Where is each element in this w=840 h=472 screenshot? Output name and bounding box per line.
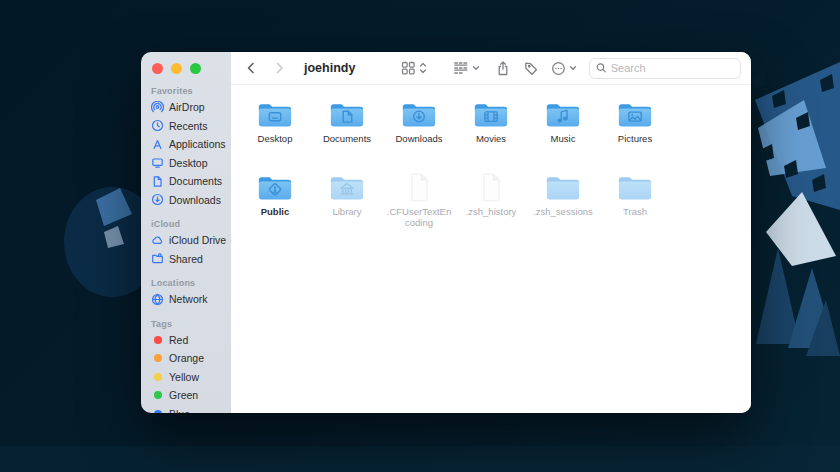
sidebar-item-label: Blue: [169, 408, 190, 413]
icon-view-grid-icon: [401, 61, 416, 75]
monitor-icon: [151, 156, 164, 169]
sidebar-item-network[interactable]: Network: [141, 290, 231, 309]
sidebar-item-label: Yellow: [169, 371, 199, 383]
red-tag-icon: [154, 336, 162, 344]
view-mode-control[interactable]: [401, 61, 427, 75]
sidebar-item-tag-red[interactable]: Red: [141, 331, 231, 350]
traffic-lights: [141, 61, 231, 85]
green-tag-icon: [154, 391, 162, 399]
section-header-tags: Tags: [151, 319, 231, 329]
yellow-tag-icon: [154, 373, 162, 381]
downloads-folder-icon: [400, 99, 438, 130]
file-label: Documents: [323, 133, 371, 144]
desktop-folder-icon: [256, 99, 294, 130]
back-button[interactable]: [241, 59, 260, 77]
file-item-documents[interactable]: Documents: [311, 99, 383, 172]
sidebar-item-tag-green[interactable]: Green: [141, 386, 231, 405]
pictures-folder-icon: [616, 99, 654, 130]
chevron-down-icon: [472, 64, 480, 72]
share-button[interactable]: [496, 61, 510, 76]
file-item-downloads[interactable]: Downloads: [383, 99, 455, 172]
section-header-favorites: Favorites: [151, 86, 231, 96]
sidebar-item-desktop[interactable]: Desktop: [141, 154, 231, 173]
window-title: joehindy: [304, 61, 355, 75]
public-folder-icon: [256, 172, 294, 203]
sidebar-item-label: Red: [169, 334, 188, 346]
file-label: Downloads: [396, 133, 443, 144]
sidebar-item-recents[interactable]: Recents: [141, 117, 231, 136]
cloud-icon: [151, 234, 164, 247]
download-icon: [151, 193, 164, 206]
file-item-pictures[interactable]: Pictures: [599, 99, 671, 172]
finder-window: Favorites AirDrop Recents Applications D…: [141, 52, 751, 413]
group-by-icon: [453, 61, 469, 75]
forward-button[interactable]: [270, 59, 289, 77]
minimize-button[interactable]: [171, 63, 182, 74]
chevron-right-icon: [274, 61, 285, 75]
tag-icon: [524, 61, 539, 76]
sidebar-item-label: Green: [169, 389, 198, 401]
search-icon: [596, 62, 607, 74]
library-folder-icon: [328, 172, 366, 203]
plain-folder-icon: [544, 172, 582, 203]
sidebar-item-label: Documents: [169, 175, 222, 187]
file-label: Library: [332, 206, 361, 217]
sidebar-item-airdrop[interactable]: AirDrop: [141, 98, 231, 117]
share-icon: [496, 61, 510, 76]
orange-tag-icon: [154, 354, 162, 362]
search-field[interactable]: [589, 58, 741, 79]
file-label: .CFUserTextEncoding: [386, 206, 452, 228]
chevron-down-icon: [569, 64, 577, 72]
file-label: Trash: [623, 206, 647, 217]
more-ellipsis-icon: [551, 61, 566, 76]
file-item-zsh-sessions[interactable]: .zsh_sessions: [527, 172, 599, 245]
file-label: Public: [261, 206, 290, 217]
sidebar-item-downloads[interactable]: Downloads: [141, 191, 231, 210]
file-item-cfusertextencoding[interactable]: .CFUserTextEncoding: [383, 172, 455, 245]
file-item-zsh-history[interactable]: .zsh_history: [455, 172, 527, 245]
sidebar-item-label: Downloads: [169, 194, 221, 206]
clock-icon: [151, 119, 164, 132]
sidebar-item-label: Applications: [169, 138, 226, 150]
group-by-control[interactable]: [453, 61, 480, 75]
sidebar-item-shared[interactable]: Shared: [141, 250, 231, 269]
file-item-library[interactable]: Library: [311, 172, 383, 245]
sidebar-item-label: Orange: [169, 352, 204, 364]
file-label: Pictures: [618, 133, 652, 144]
toolbar: joehindy: [231, 52, 751, 85]
applications-icon: [151, 138, 164, 151]
documents-folder-icon: [328, 99, 366, 130]
search-input[interactable]: [611, 62, 734, 74]
close-button[interactable]: [152, 63, 163, 74]
sidebar: Favorites AirDrop Recents Applications D…: [141, 52, 231, 413]
sidebar-item-label: AirDrop: [169, 101, 205, 113]
file-item-trash[interactable]: Trash: [599, 172, 671, 245]
file-item-movies[interactable]: Movies: [455, 99, 527, 172]
sidebar-item-applications[interactable]: Applications: [141, 135, 231, 154]
plain-file-icon: [472, 172, 510, 203]
globe-icon: [151, 293, 164, 306]
document-icon: [151, 175, 164, 188]
tag-button[interactable]: [524, 61, 539, 76]
file-item-desktop[interactable]: Desktop: [239, 99, 311, 172]
file-label: Movies: [476, 133, 506, 144]
file-label: .zsh_history: [466, 206, 517, 217]
sidebar-item-label: iCloud Drive: [169, 234, 226, 246]
sidebar-item-documents[interactable]: Documents: [141, 172, 231, 191]
file-label: Music: [551, 133, 576, 144]
plain-file-icon: [400, 172, 438, 203]
file-item-public[interactable]: Public: [239, 172, 311, 245]
sidebar-item-icloud-drive[interactable]: iCloud Drive: [141, 231, 231, 250]
movies-folder-icon: [472, 99, 510, 130]
sidebar-item-tag-blue[interactable]: Blue: [141, 405, 231, 414]
zoom-button[interactable]: [190, 63, 201, 74]
sidebar-item-label: Recents: [169, 120, 208, 132]
file-grid: Desktop Documents Downloads Movies Music: [231, 85, 751, 413]
sidebar-item-tag-yellow[interactable]: Yellow: [141, 368, 231, 387]
file-item-music[interactable]: Music: [527, 99, 599, 172]
section-header-locations: Locations: [151, 278, 231, 288]
airdrop-icon: [151, 101, 164, 114]
sidebar-item-tag-orange[interactable]: Orange: [141, 349, 231, 368]
more-actions-control[interactable]: [551, 61, 577, 76]
chevron-left-icon: [245, 61, 256, 75]
